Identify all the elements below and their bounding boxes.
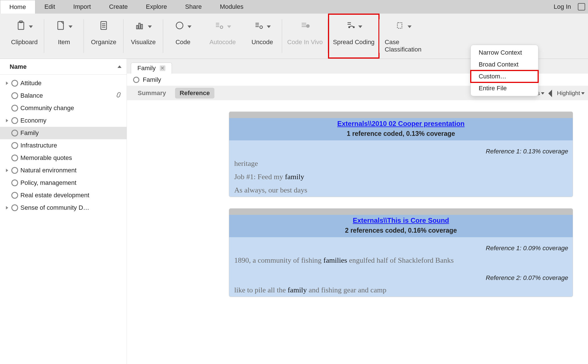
source-link[interactable]: Externals\\This is Core Sound	[353, 217, 449, 224]
subtab-summary[interactable]: Summary	[133, 88, 171, 99]
tree-node-label: Natural environment	[20, 167, 76, 174]
document-tab[interactable]: Family ✕	[131, 63, 172, 74]
ribbon-label: Item	[58, 38, 70, 46]
menu-tab-share[interactable]: Share	[176, 0, 211, 14]
tree-node[interactable]: Real estate development	[0, 189, 127, 202]
ribbon-label: Code	[176, 38, 191, 46]
uncode-icon	[254, 20, 264, 32]
dropdown-item-narrow-context[interactable]: Narrow Context	[471, 47, 538, 59]
expand-caret-icon[interactable]	[5, 119, 9, 122]
svg-point-25	[349, 27, 350, 28]
chat-icon[interactable]	[578, 3, 585, 10]
expand-caret-icon[interactable]	[5, 206, 9, 209]
reference-text[interactable]: Job #1: Feed my family	[229, 170, 573, 183]
ribbon-autocode: Autocode	[203, 14, 242, 59]
tree-node[interactable]: Natural environment	[0, 164, 127, 177]
tree-node[interactable]: Balance	[0, 89, 127, 102]
reference-text[interactable]: heritage	[229, 157, 573, 170]
expand-caret-icon[interactable]	[5, 169, 9, 172]
dropdown-item-entire-file[interactable]: Entire File	[471, 82, 538, 94]
ribbon-label: Spread Coding	[333, 38, 375, 46]
highlight-button[interactable]: Highlight	[549, 90, 585, 97]
tree-node-label: Memorable quotes	[20, 154, 72, 162]
node-icon	[11, 142, 18, 149]
menu-tab-explore[interactable]: Explore	[137, 0, 176, 14]
ribbon-codeinvivo: Code In Vivo	[282, 14, 328, 59]
chevron-down-icon	[358, 25, 362, 28]
menu-tab-create[interactable]: Create	[100, 0, 137, 14]
ribbon-item[interactable]: Item	[44, 14, 84, 59]
tree-node[interactable]: Memorable quotes	[0, 152, 127, 164]
ribbon-clipboard[interactable]: Clipboard	[5, 14, 44, 59]
sidebar: Name AttitudeBalanceCommunity changeEcon…	[0, 59, 127, 364]
node-icon	[11, 117, 18, 124]
tree-node[interactable]: Community change	[0, 102, 127, 114]
node-icon	[11, 179, 18, 186]
node-icon	[11, 130, 18, 136]
ribbon-code[interactable]: Code	[163, 14, 203, 59]
chevron-down-icon	[267, 25, 271, 28]
svg-rect-7	[137, 25, 138, 29]
reference-card: Externals\\This is Core Sound2 reference…	[229, 208, 573, 297]
menu-tab-import[interactable]: Import	[64, 0, 100, 14]
sidebar-header[interactable]: Name	[0, 59, 127, 75]
ribbon-caseclass[interactable]: CaseClassification	[380, 14, 427, 59]
tree-node[interactable]: Policy, management	[0, 177, 127, 189]
tree-node-label: Family	[20, 129, 39, 137]
chevron-down-icon	[148, 25, 152, 28]
login-link[interactable]: Log In	[554, 3, 571, 10]
ribbon-spreadcoding[interactable]: Spread Coding	[328, 14, 380, 59]
autocode-icon	[214, 20, 224, 32]
coverage-summary: 1 reference coded, 0.13% coverage	[229, 129, 573, 140]
breadcrumb-label: Family	[143, 76, 161, 83]
node-icon	[133, 77, 139, 83]
dropdown-item-broad-context[interactable]: Broad Context	[471, 59, 538, 70]
codeinvivo-icon	[300, 20, 310, 32]
ribbon-visualize[interactable]: Visualize	[123, 14, 163, 59]
ribbon-label: Autocode	[210, 38, 236, 46]
ribbon-label: Code In Vivo	[287, 38, 323, 46]
tree-node[interactable]: Sense of community D…	[0, 202, 127, 214]
node-icon	[11, 92, 18, 99]
tree-node-label: Balance	[20, 92, 43, 99]
dropdown-item-custom-[interactable]: Custom…	[471, 70, 538, 82]
svg-point-22	[306, 25, 309, 27]
source-link[interactable]: Externals\\2010 02 Cooper presentation	[337, 120, 465, 127]
spreadcoding-icon	[345, 20, 355, 32]
menu-tab-home[interactable]: Home	[0, 0, 35, 14]
sidebar-header-title: Name	[10, 63, 27, 70]
content-pane: Family ✕ Family SummaryReferenceripesHig…	[127, 59, 588, 364]
tree-node-label: Policy, management	[20, 179, 76, 187]
ribbon-label: Clipboard	[11, 38, 38, 46]
tree-node-label: Economy	[20, 117, 46, 124]
ribbon-label: Uncode	[252, 38, 273, 46]
node-icon	[11, 167, 18, 174]
menu-tab-modules[interactable]: Modules	[211, 0, 252, 14]
chevron-down-icon	[188, 25, 191, 28]
svg-rect-8	[139, 23, 140, 29]
close-icon[interactable]: ✕	[160, 65, 165, 71]
reference-text[interactable]: As always, our best days	[229, 183, 573, 197]
expand-caret-icon[interactable]	[5, 82, 9, 85]
reference-body[interactable]: Externals\\2010 02 Cooper presentation1 …	[127, 100, 588, 364]
ribbon-uncode[interactable]: Uncode	[242, 14, 282, 59]
subtab-reference[interactable]: Reference	[175, 88, 214, 99]
svg-rect-27	[397, 23, 402, 28]
sort-caret-icon[interactable]	[118, 65, 122, 68]
tree-node[interactable]: Family	[0, 127, 127, 139]
tree-node-label: Attitude	[20, 80, 42, 87]
reference-text[interactable]: 1890, a community of fishing families en…	[229, 254, 573, 267]
reference-text[interactable]: like to pile all the family and fishing …	[229, 283, 573, 297]
tree-node[interactable]: Infrastructure	[0, 139, 127, 152]
chevron-down-icon	[227, 25, 231, 28]
chevron-down-icon	[69, 25, 73, 28]
coverage-summary: 2 references coded, 0.16% coverage	[229, 226, 573, 237]
menu-tab-edit[interactable]: Edit	[35, 0, 64, 14]
tree-node[interactable]: Attitude	[0, 77, 127, 89]
ribbon-label: Organize	[91, 38, 116, 46]
node-icon	[11, 155, 18, 161]
svg-rect-9	[141, 24, 142, 29]
tree-node[interactable]: Economy	[0, 114, 127, 127]
ribbon-organize[interactable]: Organize	[84, 14, 123, 59]
link-icon	[115, 91, 122, 100]
